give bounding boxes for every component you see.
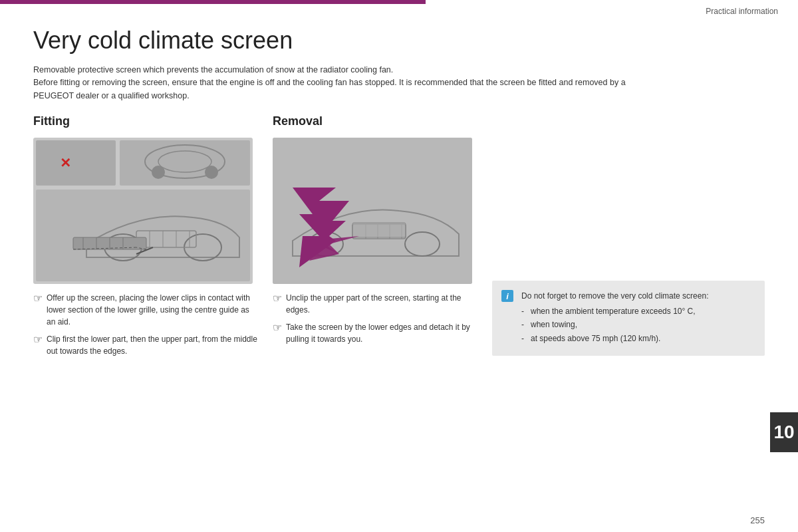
top-accent-bar <box>0 0 426 4</box>
removal-instructions: ☞ Unclip the upper part of the screen, s… <box>273 292 479 345</box>
info-icon: i <box>501 290 513 302</box>
page-title: Very cold climate screen <box>33 27 765 55</box>
svg-point-5 <box>152 166 165 179</box>
svg-text:✕: ✕ <box>60 156 71 170</box>
fitting-instruction-1: ☞ Offer up the screen, placing the lower… <box>33 292 259 328</box>
svg-rect-0 <box>36 140 116 186</box>
fitting-heading: Fitting <box>33 114 259 128</box>
bullet-icon-3: ☞ <box>273 291 282 307</box>
fitting-instruction-2: ☞ Clip first the lower part, then the up… <box>33 333 259 357</box>
bullet-icon-4: ☞ <box>273 320 282 336</box>
svg-point-6 <box>205 166 218 179</box>
bullet-icon-1: ☞ <box>33 291 43 307</box>
fitting-column: Fitting ✕ <box>33 114 259 362</box>
fitting-image: ✕ <box>33 138 253 284</box>
main-columns: Fitting ✕ <box>33 114 765 362</box>
removal-instruction-1: ☞ Unclip the upper part of the screen, s… <box>273 292 479 316</box>
page-number: 255 <box>750 515 765 525</box>
page-content: Very cold climate screen Removable prote… <box>33 13 765 512</box>
svg-rect-7 <box>36 190 250 281</box>
bullet-icon-2: ☞ <box>33 332 43 348</box>
removal-heading: Removal <box>273 114 479 128</box>
info-box-content: Do not forget to remove the very cold cl… <box>521 290 754 344</box>
removal-instruction-2: ☞ Take the screen by the lower edges and… <box>273 321 479 345</box>
intro-text: Removable protective screen which preven… <box>33 64 632 102</box>
info-item-3: at speeds above 75 mph (120 km/h). <box>521 332 754 345</box>
removal-column: Removal <box>273 114 479 362</box>
intro-line-1: Removable protective screen which preven… <box>33 65 393 74</box>
intro-line-2: Before fitting or removing the screen, e… <box>33 78 626 100</box>
info-box-list: when the ambient temperature exceeds 10°… <box>521 305 754 345</box>
info-box: i Do not forget to remove the very cold … <box>492 281 765 355</box>
info-item-2: when towing, <box>521 319 754 331</box>
svg-rect-30 <box>352 223 406 237</box>
info-box-main-text: Do not forget to remove the very cold cl… <box>521 291 708 301</box>
fitting-instructions: ☞ Offer up the screen, placing the lower… <box>33 292 259 357</box>
info-column: i Do not forget to remove the very cold … <box>492 114 765 362</box>
info-item-1: when the ambient temperature exceeds 10°… <box>521 305 754 318</box>
section-number-tab: 10 <box>770 412 798 452</box>
removal-image <box>273 138 472 284</box>
section-number: 10 <box>773 422 794 443</box>
